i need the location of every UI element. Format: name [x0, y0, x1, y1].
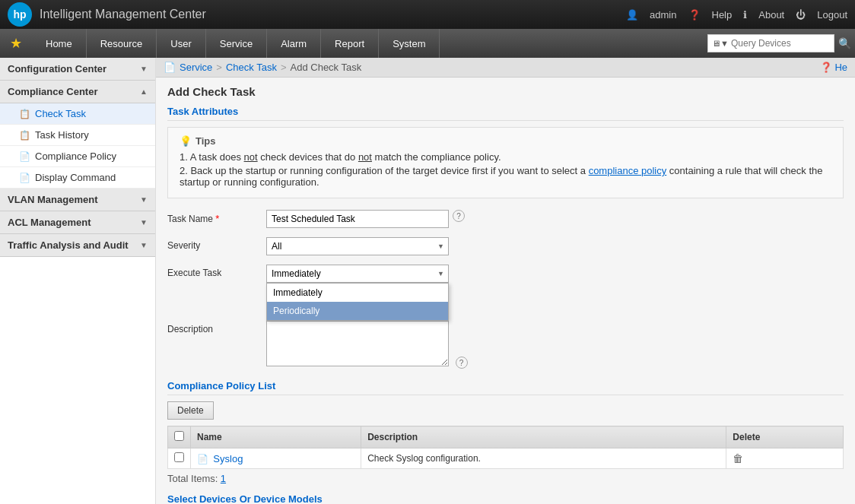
- task-history-icon: 📋: [19, 130, 30, 141]
- config-center-chevron: ▼: [140, 65, 148, 73]
- execute-task-dropdown: Immediately Periodically: [266, 283, 449, 321]
- description-help-icon[interactable]: ?: [456, 357, 468, 369]
- page-content: Add Check Task Task Attributes 💡 Tips 1.…: [156, 78, 855, 504]
- breadcrumb-service[interactable]: Service: [180, 62, 212, 73]
- display-command-label: Display Command: [35, 172, 116, 183]
- help-label[interactable]: Help: [712, 9, 733, 21]
- severity-label: Severity: [167, 237, 266, 251]
- dropdown-option-immediately[interactable]: Immediately: [267, 284, 448, 302]
- task-history-label: Task History: [35, 129, 89, 141]
- breadcrumb-sep1: >: [216, 62, 222, 73]
- traffic-chevron: ▼: [140, 241, 148, 249]
- sidebar-acl-management[interactable]: ACL Management ▼: [0, 211, 155, 234]
- sidebar-item-compliance-policy[interactable]: 📄 Compliance Policy: [0, 146, 155, 167]
- nav-home[interactable]: Home: [32, 29, 87, 58]
- traffic-analysis-label: Traffic Analysis and Audit: [8, 239, 129, 251]
- col-description: Description: [361, 426, 726, 449]
- task-attributes-title: Task Attributes: [167, 106, 844, 121]
- compliance-policy-icon: 📄: [19, 151, 30, 162]
- sidebar-item-check-task[interactable]: 📋 Check Task: [0, 103, 155, 125]
- favorites-star[interactable]: ★: [4, 35, 28, 52]
- query-device-icon: 🖥▼: [712, 39, 729, 48]
- select-devices-title: Select Devices Or Device Models: [167, 493, 844, 504]
- sidebar-traffic-analysis[interactable]: Traffic Analysis and Audit ▼: [0, 234, 155, 257]
- sidebar-item-task-history[interactable]: 📋 Task History: [0, 125, 155, 146]
- row-checkbox-cell: [168, 449, 191, 469]
- nav-alarm[interactable]: Alarm: [267, 29, 321, 58]
- nav-service[interactable]: Service: [206, 29, 267, 58]
- breadcrumb-help-icon[interactable]: ❓ He: [820, 62, 847, 73]
- compliance-section: Compliance Policy List Delete Name Descr…: [167, 380, 844, 484]
- help-icon: ❓: [688, 9, 701, 21]
- syslog-doc-icon: 📄: [197, 454, 208, 464]
- tips-label: Tips: [195, 135, 216, 147]
- top-bar-right: 👤 admin ❓ Help ℹ About ⏻ Logout: [626, 9, 847, 21]
- query-input[interactable]: [731, 38, 830, 49]
- breadcrumb: 📄 Service > Check Task > Add Check Task …: [156, 58, 855, 78]
- syslog-link[interactable]: Syslog: [213, 453, 243, 464]
- sidebar-compliance-center[interactable]: Compliance Center ▲: [0, 81, 155, 103]
- hp-logo: hp: [8, 2, 32, 27]
- tips-title: 💡 Tips: [180, 135, 831, 147]
- breadcrumb-page-icon: 📄: [164, 62, 176, 73]
- form-row-execute-task: Execute Task Immediately Periodically Im…: [167, 265, 844, 283]
- nav-user[interactable]: User: [157, 29, 205, 58]
- admin-label[interactable]: admin: [650, 9, 676, 21]
- table-header-row: Name Description Delete: [168, 426, 844, 449]
- execute-task-label: Execute Task: [167, 265, 266, 278]
- tips-box: 💡 Tips 1. A task does not check devices …: [167, 127, 844, 198]
- nav-resource[interactable]: Resource: [87, 29, 157, 58]
- power-icon: ⏻: [796, 9, 806, 21]
- task-name-help-icon[interactable]: ?: [453, 210, 465, 222]
- col-checkbox: [168, 426, 191, 449]
- about-label[interactable]: About: [758, 9, 784, 21]
- tip-1: 1. A task does not check devices that do…: [180, 151, 831, 163]
- select-all-checkbox[interactable]: [174, 431, 184, 441]
- sidebar-item-display-command[interactable]: 📄 Display Command: [0, 167, 155, 189]
- app-title: Intelligent Management Center: [40, 8, 206, 21]
- compliance-policy-label: Compliance Policy: [35, 151, 116, 162]
- tip-2: 2. Back up the startup or running config…: [180, 165, 831, 188]
- dropdown-option-periodically[interactable]: Periodically: [267, 302, 448, 320]
- top-bar-left: hp Intelligent Management Center: [8, 2, 206, 27]
- total-items: Total Items: 1: [167, 473, 844, 484]
- description-label: Description: [167, 321, 266, 334]
- row-name-cell: 📄 Syslog: [191, 449, 361, 469]
- query-box: 🖥▼: [707, 34, 834, 52]
- task-name-input[interactable]: [266, 210, 449, 228]
- execute-task-select[interactable]: Immediately Periodically: [266, 265, 449, 283]
- check-task-icon: 📋: [19, 109, 30, 119]
- task-name-label: Task Name *: [167, 210, 266, 224]
- form-row-description: Description ?: [167, 321, 844, 369]
- row-description-cell: Check Syslog configuration.: [361, 449, 726, 469]
- acl-chevron: ▼: [140, 218, 148, 227]
- delete-row-icon[interactable]: 🗑: [733, 452, 743, 464]
- logout-label[interactable]: Logout: [817, 9, 847, 21]
- check-task-label: Check Task: [35, 108, 86, 119]
- severity-select[interactable]: All Critical Major Minor Warning Info: [266, 237, 449, 255]
- admin-icon: 👤: [626, 9, 638, 21]
- col-delete: Delete: [726, 426, 844, 449]
- search-button[interactable]: 🔍: [838, 37, 851, 49]
- total-count-link[interactable]: 1: [221, 473, 226, 484]
- nav-system[interactable]: System: [379, 29, 440, 58]
- vlan-chevron: ▼: [140, 195, 148, 204]
- config-center-label: Configuration Center: [8, 63, 106, 74]
- main-layout: Configuration Center ▼ Compliance Center…: [0, 58, 855, 504]
- content-area: 📄 Service > Check Task > Add Check Task …: [156, 58, 855, 504]
- vlan-management-label: VLAN Management: [8, 194, 97, 205]
- display-command-icon: 📄: [19, 173, 30, 183]
- row-checkbox[interactable]: [174, 452, 184, 462]
- breadcrumb-check-task[interactable]: Check Task: [226, 62, 277, 73]
- table-row: 📄 Syslog Check Syslog configuration. 🗑: [168, 449, 844, 469]
- col-name: Name: [191, 426, 361, 449]
- severity-select-wrapper: All Critical Major Minor Warning Info: [266, 237, 449, 255]
- execute-task-select-wrapper: Immediately Periodically: [266, 265, 449, 283]
- delete-button[interactable]: Delete: [167, 401, 214, 420]
- description-textarea[interactable]: [266, 321, 449, 366]
- compliance-center-label: Compliance Center: [8, 86, 97, 97]
- sidebar-vlan-management[interactable]: VLAN Management ▼: [0, 189, 155, 211]
- breadcrumb-add-check-task: Add Check Task: [291, 62, 362, 73]
- sidebar-config-center[interactable]: Configuration Center ▼: [0, 58, 155, 81]
- nav-report[interactable]: Report: [321, 29, 379, 58]
